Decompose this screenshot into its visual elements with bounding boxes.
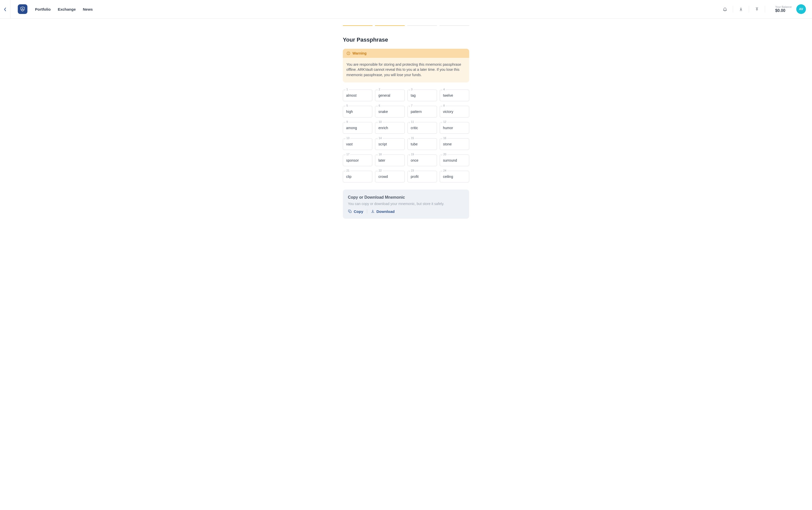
mnemonic-word-text: pattern bbox=[411, 110, 422, 114]
mnemonic-word-text: vast bbox=[346, 142, 353, 146]
word-tick bbox=[441, 122, 442, 123]
mnemonic-word-text: enrich bbox=[378, 126, 388, 130]
svg-rect-3 bbox=[349, 211, 351, 213]
copy-download-panel: Copy or Download Mnemonic You can copy o… bbox=[343, 189, 469, 219]
mnemonic-word-index: 10 bbox=[378, 120, 382, 123]
mnemonic-word: 24ceiling bbox=[440, 171, 469, 182]
bell-icon bbox=[723, 7, 727, 11]
divider bbox=[367, 209, 367, 213]
nav-links: Portfolio Exchange News bbox=[35, 7, 93, 11]
mnemonic-word-text: profit bbox=[411, 175, 419, 179]
word-tick bbox=[345, 154, 345, 156]
send-button[interactable] bbox=[754, 6, 760, 12]
chevron-left-icon bbox=[4, 8, 6, 11]
mnemonic-word-text: clip bbox=[346, 175, 351, 179]
topbar: Portfolio Exchange News Your Balance $0.… bbox=[0, 0, 812, 19]
warning-box: Warning You are responsible for storing … bbox=[343, 49, 469, 83]
mnemonic-word: 10enrich bbox=[375, 122, 404, 134]
mnemonic-word-text: general bbox=[378, 93, 390, 97]
mnemonic-word-index: 9 bbox=[346, 120, 349, 123]
mnemonic-word-index: 1 bbox=[346, 88, 349, 91]
receive-button[interactable] bbox=[738, 6, 744, 12]
download-button[interactable]: Download bbox=[371, 209, 395, 214]
mnemonic-word: 22crowd bbox=[375, 171, 404, 182]
word-tick bbox=[409, 154, 410, 156]
mnemonic-word: 8victory bbox=[440, 106, 469, 118]
mnemonic-word-text: critic bbox=[411, 126, 418, 130]
warning-icon bbox=[346, 51, 350, 55]
mnemonic-word-index: 18 bbox=[378, 153, 382, 156]
app-logo[interactable] bbox=[18, 4, 27, 14]
word-tick bbox=[377, 154, 377, 156]
mnemonic-word: 7pattern bbox=[408, 106, 437, 118]
mnemonic-word: 2general bbox=[375, 90, 404, 101]
arrow-down-icon bbox=[739, 7, 743, 11]
mnemonic-word-index: 4 bbox=[442, 88, 445, 91]
divider bbox=[765, 6, 765, 12]
mnemonic-word-index: 14 bbox=[378, 137, 382, 140]
mnemonic-word-index: 21 bbox=[346, 169, 350, 172]
mnemonic-word-index: 6 bbox=[378, 104, 381, 107]
word-tick bbox=[377, 122, 377, 123]
mnemonic-word-text: humor bbox=[443, 126, 453, 130]
warning-label: Warning bbox=[352, 51, 367, 55]
mnemonic-word: 11critic bbox=[408, 122, 437, 134]
mnemonic-word: 14script bbox=[375, 138, 404, 150]
word-tick bbox=[345, 90, 345, 91]
balance-label: Your Balance bbox=[775, 5, 792, 8]
arrow-up-icon bbox=[755, 7, 759, 11]
mnemonic-word-index: 23 bbox=[410, 169, 415, 172]
mnemonic-word-text: stone bbox=[443, 142, 452, 146]
copy-button[interactable]: Copy bbox=[348, 209, 364, 214]
mnemonic-word: 19once bbox=[408, 154, 437, 166]
mnemonic-word-index: 11 bbox=[410, 120, 415, 123]
word-tick bbox=[377, 106, 377, 107]
mnemonic-word-text: sponsor bbox=[346, 158, 359, 162]
page-title: Your Passphrase bbox=[343, 36, 469, 43]
word-tick bbox=[377, 90, 377, 91]
progress-segment bbox=[343, 25, 373, 26]
word-tick bbox=[441, 138, 442, 140]
top-icons: Your Balance $0.00 AV bbox=[722, 4, 806, 14]
notifications-button[interactable] bbox=[722, 6, 728, 12]
mnemonic-word-text: victory bbox=[443, 110, 453, 114]
mnemonic-word-index: 20 bbox=[442, 153, 447, 156]
mnemonic-word-index: 16 bbox=[442, 137, 447, 140]
nav-exchange[interactable]: Exchange bbox=[58, 7, 76, 11]
word-tick bbox=[345, 171, 345, 172]
warning-header: Warning bbox=[343, 49, 469, 58]
word-tick bbox=[441, 154, 442, 156]
word-tick bbox=[409, 171, 410, 172]
nav-news[interactable]: News bbox=[83, 7, 93, 11]
nav-portfolio[interactable]: Portfolio bbox=[35, 7, 51, 11]
word-tick bbox=[441, 171, 442, 172]
progress-segment bbox=[439, 25, 469, 26]
mnemonic-word: 21clip bbox=[343, 171, 372, 182]
mnemonic-word-text: tube bbox=[411, 142, 418, 146]
avatar[interactable]: AV bbox=[796, 4, 806, 14]
mnemonic-word: 18later bbox=[375, 154, 404, 166]
mnemonic-word: 1almost bbox=[343, 90, 372, 101]
mnemonic-word-text: among bbox=[346, 126, 357, 130]
mnemonic-word: 3tag bbox=[408, 90, 437, 101]
word-tick bbox=[345, 138, 345, 140]
word-tick bbox=[409, 90, 410, 91]
word-tick bbox=[345, 122, 345, 123]
copy-icon bbox=[348, 209, 352, 213]
word-tick bbox=[441, 106, 442, 107]
back-button[interactable] bbox=[0, 0, 10, 19]
progress-segment bbox=[407, 25, 437, 26]
mnemonic-word-text: later bbox=[378, 158, 385, 162]
mnemonic-word-text: high bbox=[346, 110, 353, 114]
mnemonic-word-text: twelve bbox=[443, 93, 453, 97]
mnemonic-word: 15tube bbox=[408, 138, 437, 150]
mnemonic-word-index: 5 bbox=[346, 104, 349, 107]
mnemonic-word-text: crowd bbox=[378, 175, 388, 179]
mnemonic-word-index: 19 bbox=[410, 153, 415, 156]
mnemonic-word-index: 7 bbox=[410, 104, 413, 107]
mnemonic-word: 17sponsor bbox=[343, 154, 372, 166]
shield-icon bbox=[20, 6, 25, 12]
mnemonic-word: 13vast bbox=[343, 138, 372, 150]
copy-panel-desc: You can copy or download your mnemonic, … bbox=[348, 202, 464, 206]
mnemonic-word-index: 3 bbox=[410, 88, 413, 91]
